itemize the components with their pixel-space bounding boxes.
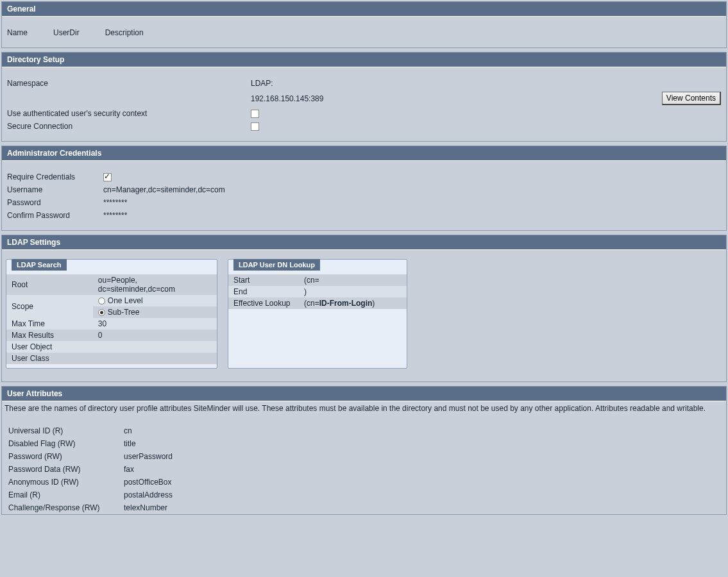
username-value: cn=Manager,dc=siteminder,dc=com bbox=[103, 185, 225, 194]
ldap-search-title: LDAP Search bbox=[12, 259, 67, 271]
confirm-password-label: Confirm Password bbox=[7, 211, 103, 220]
user-attributes-description: These are the names of directory user pr… bbox=[3, 401, 725, 424]
scope-label: Scope bbox=[6, 295, 93, 318]
lookup-end-value: ) bbox=[299, 286, 407, 297]
user-attribute-value: cn bbox=[124, 426, 132, 435]
general-header: General bbox=[2, 2, 726, 17]
user-attribute-value: userPassword bbox=[124, 452, 173, 461]
user-attribute-label: Email (R) bbox=[8, 490, 124, 499]
user-attributes-header: User Attributes bbox=[2, 387, 726, 401]
max-results-value: 0 bbox=[93, 330, 217, 341]
confirm-password-value: ******** bbox=[103, 211, 127, 220]
root-label: Root bbox=[6, 274, 93, 295]
user-attribute-label: Password (RW) bbox=[8, 452, 124, 461]
scope-one-level-option[interactable]: One Level bbox=[93, 295, 217, 306]
lookup-effective-value: (cn=ID-From-Login) bbox=[299, 297, 407, 309]
secure-conn-checkbox[interactable] bbox=[251, 122, 259, 131]
secure-conn-label: Secure Connection bbox=[7, 122, 251, 131]
lookup-start-value: (cn= bbox=[299, 274, 407, 286]
userdir-label: UserDir bbox=[53, 28, 80, 37]
server-value: 192.168.150.145:389 bbox=[251, 94, 323, 103]
namespace-label: Namespace bbox=[7, 79, 251, 88]
lookup-effective-label: Effective Lookup bbox=[228, 297, 299, 309]
user-attribute-row: Password Data (RW)fax bbox=[3, 463, 725, 476]
user-attribute-value: telexNumber bbox=[124, 503, 167, 512]
max-results-label: Max Results bbox=[6, 330, 93, 341]
lookup-end-label: End bbox=[228, 286, 299, 297]
user-attribute-label: Disabled Flag (RW) bbox=[8, 439, 124, 448]
user-attributes-section: User Attributes These are the names of d… bbox=[1, 386, 727, 515]
require-creds-label: Require Credentials bbox=[7, 172, 103, 181]
user-attribute-row: Email (R)postalAddress bbox=[3, 489, 725, 501]
general-labels-row: Name UserDir Description bbox=[7, 28, 721, 37]
name-label: Name bbox=[7, 28, 28, 37]
ldap-settings-header: LDAP Settings bbox=[2, 235, 726, 250]
max-time-label: Max Time bbox=[6, 318, 93, 330]
user-attribute-label: Password Data (RW) bbox=[8, 465, 124, 474]
user-attribute-row: Password (RW)userPassword bbox=[3, 450, 725, 463]
user-class-value bbox=[93, 353, 217, 364]
user-attribute-row: Anonymous ID (RW)postOfficeBox bbox=[3, 476, 725, 489]
user-class-label: User Class bbox=[6, 353, 93, 364]
user-attribute-row: Disabled Flag (RW)title bbox=[3, 437, 725, 450]
user-attribute-label: Anonymous ID (RW) bbox=[8, 478, 124, 487]
auth-context-checkbox[interactable] bbox=[251, 110, 259, 118]
require-creds-checkbox[interactable] bbox=[103, 173, 112, 181]
user-object-label: User Object bbox=[6, 341, 93, 353]
user-attribute-label: Universal ID (R) bbox=[8, 426, 124, 435]
view-contents-button[interactable]: View Contents bbox=[662, 92, 721, 105]
user-attribute-value: postalAddress bbox=[124, 490, 173, 499]
user-object-value bbox=[93, 341, 217, 353]
directory-setup-section: Directory Setup Namespace LDAP: 192.168.… bbox=[1, 52, 727, 142]
auth-context-label: Use authenticated user's security contex… bbox=[7, 109, 251, 118]
ldap-search-panel: LDAP Search Root ou=People, dc=siteminde… bbox=[6, 259, 217, 369]
admin-creds-header: Administrator Credentials bbox=[2, 146, 726, 161]
username-label: Username bbox=[7, 185, 103, 194]
lookup-start-label: Start bbox=[228, 274, 299, 286]
ldap-lookup-panel: LDAP User DN Lookup Start (cn= End ) Eff… bbox=[228, 259, 407, 369]
max-time-value: 30 bbox=[93, 318, 217, 330]
user-attribute-row: Challenge/Response (RW)telexNumber bbox=[3, 501, 725, 514]
admin-creds-section: Administrator Credentials Require Creden… bbox=[1, 146, 727, 231]
directory-setup-header: Directory Setup bbox=[2, 53, 726, 67]
general-section: General Name UserDir Description bbox=[1, 1, 727, 48]
user-attribute-row: Universal ID (R)cn bbox=[3, 424, 725, 437]
ldap-lookup-title: LDAP User DN Lookup bbox=[233, 259, 320, 271]
scope-sub-tree-option[interactable]: Sub-Tree bbox=[93, 306, 217, 318]
user-attribute-value: title bbox=[124, 439, 136, 448]
password-value: ******** bbox=[103, 198, 127, 207]
namespace-value: LDAP: bbox=[251, 79, 273, 88]
root-value: ou=People, dc=siteminder,dc=com bbox=[93, 274, 217, 295]
description-label: Description bbox=[105, 28, 144, 37]
user-attribute-label: Challenge/Response (RW) bbox=[8, 503, 124, 512]
user-attribute-value: fax bbox=[124, 465, 134, 474]
password-label: Password bbox=[7, 198, 103, 207]
ldap-settings-section: LDAP Settings LDAP Search Root ou=People… bbox=[1, 235, 727, 382]
user-attribute-value: postOfficeBox bbox=[124, 478, 171, 487]
